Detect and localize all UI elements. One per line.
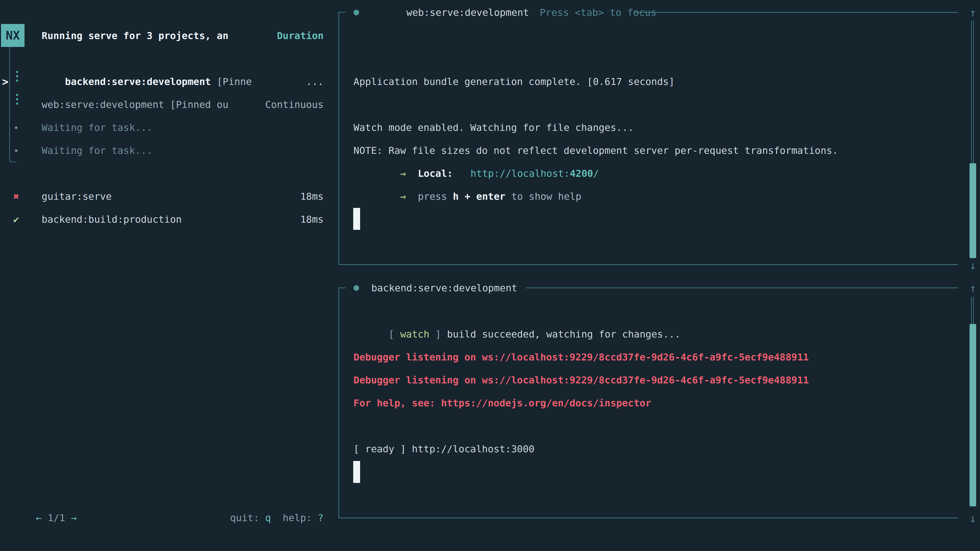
pane-border <box>339 287 339 518</box>
task-duration: 18ms <box>0 192 324 201</box>
task-row-waiting-2[interactable]: Waiting for task... <box>41 146 153 156</box>
task-duration: 18ms <box>0 214 324 224</box>
local-url-slash[interactable]: / <box>593 168 599 179</box>
log-line-build-succeeded: [watch]build succeeded, watching for cha… <box>353 320 681 349</box>
terminal-cursor <box>353 461 360 483</box>
pane-border <box>339 12 345 13</box>
local-url[interactable]: http://localhost: <box>470 168 570 179</box>
local-url-port[interactable]: 4200 <box>570 168 593 179</box>
press-prefix: press <box>418 191 447 202</box>
log-line-debugger-2: Debugger listening on ws://localhost:922… <box>353 375 809 385</box>
scroll-up-icon[interactable]: ↑ <box>969 282 977 295</box>
terminal-cursor <box>353 208 360 230</box>
pane-border <box>339 287 345 288</box>
scrollbar-track[interactable] <box>973 21 974 163</box>
focus-hint: Press <tab> to focus <box>540 7 657 18</box>
log-line-help-hint: →pressh + enterto show help <box>353 182 581 211</box>
log-line-ready: [ ready ] http://localhost:3000 <box>353 444 535 454</box>
prompt-arrow-icon: → <box>400 191 406 202</box>
scrollbar-track[interactable] <box>971 21 972 163</box>
pane-header: web:serve:developmentPress <tab> to focu… <box>371 0 656 27</box>
pane-border <box>339 12 339 265</box>
pane-border <box>339 518 958 518</box>
scrollbar-thumb[interactable] <box>969 163 976 258</box>
task-status-ellipsis: ... <box>0 77 324 86</box>
scrollbar-thumb[interactable] <box>969 324 976 507</box>
bracket-open: [ <box>388 329 394 340</box>
help-label: help: <box>283 512 312 524</box>
pane-title: backend:serve:development <box>371 283 517 293</box>
watch-message: build succeeded, watching for changes... <box>447 329 680 340</box>
bracket-close: ] <box>435 329 441 340</box>
watch-tag: watch <box>400 329 429 340</box>
log-line-watch-mode: Watch mode enabled. Watching for file ch… <box>353 123 634 132</box>
help-bar: quit:qhelp:? <box>0 503 324 532</box>
press-suffix: to show help <box>511 191 581 202</box>
log-line-inspector-help: For help, see: https://nodejs.org/en/doc… <box>353 398 651 408</box>
waiting-bullet-icon <box>15 127 18 129</box>
nx-tui-screen: NX Running serve for 3 projects, an Dura… <box>0 0 980 551</box>
help-key: ? <box>318 512 324 524</box>
pane-border <box>633 12 958 13</box>
scroll-down-icon[interactable]: ↓ <box>969 259 977 272</box>
task-row-waiting-1[interactable]: Waiting for task... <box>41 123 153 132</box>
press-keys: h + enter <box>453 191 506 202</box>
pane-border <box>339 264 958 265</box>
log-line-debugger-1: Debugger listening on ws://localhost:922… <box>353 352 809 362</box>
quit-label: quit: <box>230 512 259 524</box>
scrollbar-track[interactable] <box>971 297 972 324</box>
duration-column-header: Duration <box>0 31 324 41</box>
prompt-arrow-icon: → <box>400 168 406 179</box>
pane-title: web:serve:development <box>406 7 529 18</box>
pane-border <box>526 287 958 288</box>
log-line-note: NOTE: Raw file sizes do not reflect deve… <box>353 146 838 156</box>
waiting-bullet-icon <box>15 149 18 152</box>
local-label: Local: <box>418 168 453 179</box>
scroll-up-icon[interactable]: ↑ <box>969 6 977 19</box>
scroll-down-icon[interactable]: ↓ <box>969 512 977 525</box>
task-running-bullet-icon <box>353 10 359 15</box>
scrollbar-track[interactable] <box>973 297 974 324</box>
log-line-bundle-complete: Application bundle generation complete. … <box>353 77 675 86</box>
quit-key: q <box>265 512 271 524</box>
task-running-bullet-icon <box>353 285 359 291</box>
task-status-continuous: Continuous <box>0 100 324 110</box>
